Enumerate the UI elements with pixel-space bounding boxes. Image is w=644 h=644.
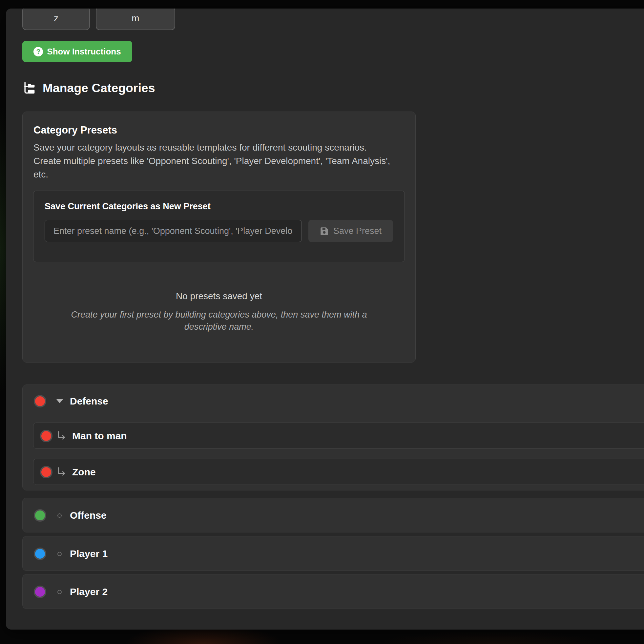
category-color-dot[interactable] — [34, 395, 46, 407]
category-group-defense[interactable]: Defense Man to man Zone — [22, 384, 644, 490]
category-color-dot[interactable] — [34, 548, 46, 560]
subcategory-row-zone[interactable]: Zone — [33, 459, 644, 485]
category-name: Defense — [70, 396, 108, 407]
collapsed-indicator-icon[interactable] — [57, 552, 62, 556]
category-group-offense[interactable]: Offense — [22, 498, 644, 532]
presets-card-description: Save your category layouts as reusable t… — [33, 141, 396, 181]
category-color-dot[interactable] — [34, 509, 46, 522]
child-branch-arrow-icon — [56, 467, 67, 477]
subcategory-color-dot[interactable] — [40, 466, 52, 478]
child-branch-arrow-icon — [56, 431, 67, 441]
hotkey-z-button[interactable]: z — [22, 9, 90, 30]
category-row-player-2[interactable]: Player 2 — [23, 575, 644, 608]
category-row-defense[interactable]: Defense — [23, 385, 644, 418]
collapsed-indicator-icon[interactable] — [57, 590, 62, 594]
folder-tree-icon — [22, 81, 36, 95]
hotkey-z-label: z — [54, 13, 58, 24]
empty-state-subtitle: Create your first preset by building cat… — [63, 309, 375, 333]
category-name: Player 2 — [70, 586, 108, 597]
save-preset-section: Save Current Categories as New Preset Sa… — [33, 191, 405, 262]
category-color-dot[interactable] — [34, 586, 46, 598]
hotkey-m-button[interactable]: m — [96, 9, 175, 30]
manage-categories-panel: z m ? Show Instructions Manage Categorie… — [6, 9, 644, 630]
page-title-text: Manage Categories — [43, 81, 155, 95]
floppy-disk-icon — [320, 227, 329, 236]
subcategory-row-man-to-man[interactable]: Man to man — [33, 423, 644, 449]
presets-empty-state: No presets saved yet Create your first p… — [23, 291, 415, 333]
hotkey-m-label: m — [132, 13, 139, 24]
preset-name-input[interactable] — [45, 220, 302, 242]
category-row-offense[interactable]: Offense — [23, 499, 644, 532]
save-preset-label: Save Preset — [333, 226, 382, 236]
show-instructions-button[interactable]: ? Show Instructions — [22, 41, 132, 62]
question-mark-icon: ? — [33, 47, 43, 56]
subcategory-name: Zone — [72, 467, 96, 478]
category-name: Player 1 — [70, 548, 108, 559]
save-preset-section-title: Save Current Categories as New Preset — [45, 201, 211, 212]
chevron-down-icon[interactable] — [56, 399, 63, 403]
collapsed-indicator-icon[interactable] — [57, 513, 62, 518]
page-title: Manage Categories — [22, 81, 155, 95]
show-instructions-label: Show Instructions — [47, 47, 121, 57]
subcategory-color-dot[interactable] — [40, 430, 52, 442]
category-group-player-1[interactable]: Player 1 — [22, 536, 644, 571]
save-preset-button[interactable]: Save Preset — [308, 220, 393, 242]
empty-state-title: No presets saved yet — [23, 291, 415, 301]
category-presets-card: Category Presets Save your category layo… — [22, 112, 416, 363]
category-name: Offense — [70, 510, 107, 521]
category-group-player-2[interactable]: Player 2 — [22, 574, 644, 609]
category-row-player-1[interactable]: Player 1 — [23, 537, 644, 570]
presets-card-title: Category Presets — [33, 124, 117, 136]
subcategory-name: Man to man — [72, 430, 127, 442]
